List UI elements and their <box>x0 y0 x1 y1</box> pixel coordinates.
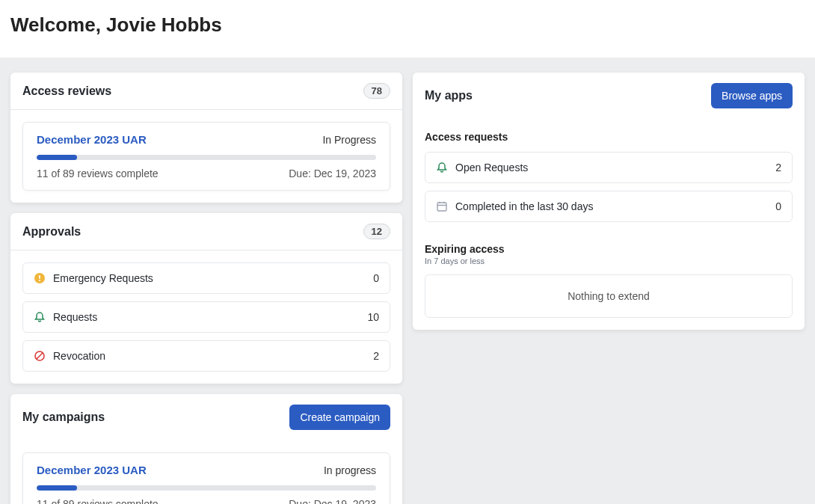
access-requests-completed[interactable]: Completed in the last 30 days 0 <box>425 191 793 222</box>
my-apps-title: My apps <box>425 89 473 102</box>
svg-rect-1 <box>39 275 40 279</box>
list-item-value: 2 <box>373 350 379 362</box>
approvals-card: Approvals 12 Emergency Requests 0 <box>10 213 402 384</box>
approvals-item-requests[interactable]: Requests 10 <box>22 301 390 333</box>
campaign-due-text: Due: Dec 19, 2023 <box>289 168 376 179</box>
list-item-value: 0 <box>775 200 781 212</box>
campaign-status: In Progress <box>322 134 376 146</box>
campaign-progress-bar <box>37 155 77 160</box>
svg-line-4 <box>37 353 43 359</box>
svg-rect-5 <box>437 203 446 211</box>
expiring-access-empty: Nothing to extend <box>425 274 793 318</box>
access-reviews-title: Access reviews <box>22 84 111 98</box>
approvals-item-emergency[interactable]: Emergency Requests 0 <box>22 262 390 294</box>
calendar-icon <box>436 200 448 212</box>
list-item-label: Requests <box>53 311 97 323</box>
list-item-value: 0 <box>373 272 379 284</box>
svg-point-2 <box>39 280 40 281</box>
campaign-complete-text: 11 of 89 reviews complete <box>37 498 159 504</box>
approvals-title: Approvals <box>22 225 81 239</box>
bell-icon <box>34 311 46 323</box>
access-requests-open[interactable]: Open Requests 2 <box>425 152 793 183</box>
access-reviews-card: Access reviews 78 December 2023 UAR In P… <box>10 73 402 203</box>
campaign-name-link[interactable]: December 2023 UAR <box>37 464 147 476</box>
list-item-label: Completed in the last 30 days <box>455 200 593 212</box>
campaign-complete-text: 11 of 89 reviews complete <box>37 168 159 179</box>
list-item-label: Emergency Requests <box>53 272 153 284</box>
campaign-due-text: Due: Dec 19, 2023 <box>289 498 376 504</box>
access-review-campaign[interactable]: December 2023 UAR In Progress 11 of 89 r… <box>22 122 390 191</box>
my-apps-card: My apps Browse apps Access requests Open… <box>413 73 805 330</box>
create-campaign-button[interactable]: Create campaign <box>289 405 390 430</box>
page-title: Welcome, Jovie Hobbs <box>10 13 805 37</box>
access-reviews-count-badge: 78 <box>363 83 390 99</box>
my-campaigns-title: My campaigns <box>22 411 105 424</box>
expiring-access-subtitle: In 7 days or less <box>425 256 793 265</box>
list-item-value: 2 <box>775 162 781 173</box>
campaign-status: In progress <box>324 464 376 476</box>
campaign-progress <box>37 485 376 491</box>
expiring-access-title: Expiring access <box>425 243 793 255</box>
approvals-count-badge: 12 <box>363 224 390 239</box>
my-campaigns-card: My campaigns Create campaign December 20… <box>10 394 402 504</box>
my-campaign-item[interactable]: December 2023 UAR In progress 11 of 89 r… <box>22 452 390 504</box>
ban-icon <box>34 350 46 362</box>
bell-icon <box>436 162 448 173</box>
campaign-progress <box>37 155 376 160</box>
campaign-progress-bar <box>37 485 77 491</box>
access-requests-title: Access requests <box>425 131 793 143</box>
approvals-item-revocation[interactable]: Revocation 2 <box>22 340 390 372</box>
list-item-label: Revocation <box>53 350 105 362</box>
campaign-name-link[interactable]: December 2023 UAR <box>37 133 147 146</box>
browse-apps-button[interactable]: Browse apps <box>711 83 793 108</box>
list-item-label: Open Requests <box>455 162 528 173</box>
list-item-value: 10 <box>367 311 379 323</box>
warning-icon <box>34 272 46 284</box>
